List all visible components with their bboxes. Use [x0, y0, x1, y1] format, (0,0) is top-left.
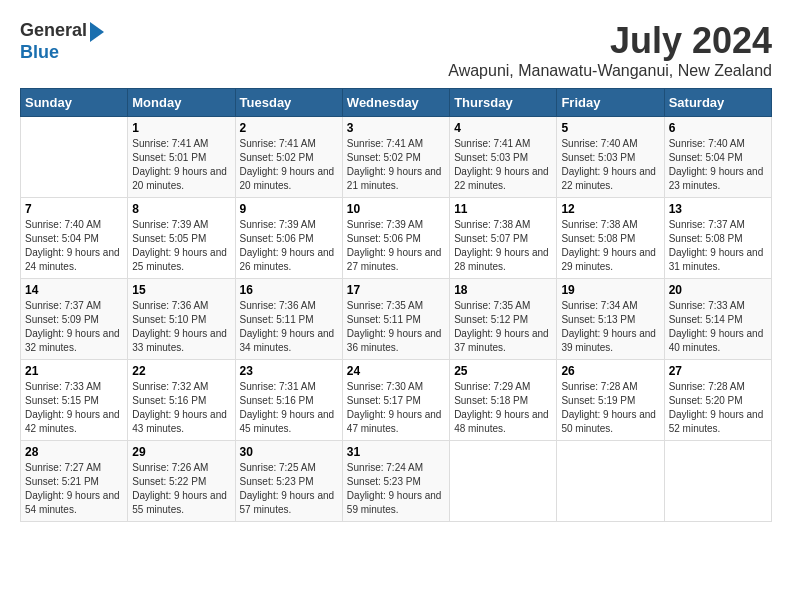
day-number: 10 — [347, 202, 445, 216]
day-content: Sunrise: 7:40 AM Sunset: 5:04 PM Dayligh… — [25, 218, 123, 274]
day-number: 24 — [347, 364, 445, 378]
sunset: Sunset: 5:12 PM — [454, 313, 552, 327]
daylight: Daylight: 9 hours and 34 minutes. — [240, 327, 338, 355]
day-number: 26 — [561, 364, 659, 378]
daylight: Daylight: 9 hours and 36 minutes. — [347, 327, 445, 355]
sunrise: Sunrise: 7:27 AM — [25, 461, 123, 475]
sunset: Sunset: 5:06 PM — [240, 232, 338, 246]
sunrise: Sunrise: 7:30 AM — [347, 380, 445, 394]
sunrise: Sunrise: 7:40 AM — [25, 218, 123, 232]
daylight: Daylight: 9 hours and 23 minutes. — [669, 165, 767, 193]
sunset: Sunset: 5:15 PM — [25, 394, 123, 408]
calendar-week-4: 21 Sunrise: 7:33 AM Sunset: 5:15 PM Dayl… — [21, 360, 772, 441]
sunset: Sunset: 5:08 PM — [669, 232, 767, 246]
sunset: Sunset: 5:22 PM — [132, 475, 230, 489]
day-number: 13 — [669, 202, 767, 216]
daylight: Daylight: 9 hours and 22 minutes. — [454, 165, 552, 193]
day-content: Sunrise: 7:39 AM Sunset: 5:06 PM Dayligh… — [240, 218, 338, 274]
calendar-cell: 3 Sunrise: 7:41 AM Sunset: 5:02 PM Dayli… — [342, 117, 449, 198]
calendar-cell: 1 Sunrise: 7:41 AM Sunset: 5:01 PM Dayli… — [128, 117, 235, 198]
logo-icon — [90, 22, 104, 42]
day-number: 3 — [347, 121, 445, 135]
day-number: 8 — [132, 202, 230, 216]
day-number: 23 — [240, 364, 338, 378]
sunset: Sunset: 5:08 PM — [561, 232, 659, 246]
title-section: July 2024 Awapuni, Manawatu-Wanganui, Ne… — [448, 20, 772, 80]
sunrise: Sunrise: 7:36 AM — [240, 299, 338, 313]
sunrise: Sunrise: 7:41 AM — [454, 137, 552, 151]
sunrise: Sunrise: 7:41 AM — [347, 137, 445, 151]
logo-text: General — [20, 20, 104, 42]
calendar-week-1: 1 Sunrise: 7:41 AM Sunset: 5:01 PM Dayli… — [21, 117, 772, 198]
sunrise: Sunrise: 7:41 AM — [132, 137, 230, 151]
calendar-cell — [450, 441, 557, 522]
sunset: Sunset: 5:16 PM — [132, 394, 230, 408]
sunset: Sunset: 5:04 PM — [25, 232, 123, 246]
day-number: 11 — [454, 202, 552, 216]
sunrise: Sunrise: 7:33 AM — [25, 380, 123, 394]
calendar-cell: 7 Sunrise: 7:40 AM Sunset: 5:04 PM Dayli… — [21, 198, 128, 279]
calendar-cell: 2 Sunrise: 7:41 AM Sunset: 5:02 PM Dayli… — [235, 117, 342, 198]
daylight: Daylight: 9 hours and 43 minutes. — [132, 408, 230, 436]
sunset: Sunset: 5:03 PM — [561, 151, 659, 165]
sunrise: Sunrise: 7:28 AM — [669, 380, 767, 394]
daylight: Daylight: 9 hours and 24 minutes. — [25, 246, 123, 274]
daylight: Daylight: 9 hours and 29 minutes. — [561, 246, 659, 274]
day-number: 4 — [454, 121, 552, 135]
calendar-week-3: 14 Sunrise: 7:37 AM Sunset: 5:09 PM Dayl… — [21, 279, 772, 360]
daylight: Daylight: 9 hours and 42 minutes. — [25, 408, 123, 436]
daylight: Daylight: 9 hours and 28 minutes. — [454, 246, 552, 274]
sunrise: Sunrise: 7:36 AM — [132, 299, 230, 313]
header: General Blue July 2024 Awapuni, Manawatu… — [20, 20, 772, 80]
sunset: Sunset: 5:19 PM — [561, 394, 659, 408]
sunset: Sunset: 5:17 PM — [347, 394, 445, 408]
daylight: Daylight: 9 hours and 39 minutes. — [561, 327, 659, 355]
sunrise: Sunrise: 7:39 AM — [240, 218, 338, 232]
calendar-cell: 16 Sunrise: 7:36 AM Sunset: 5:11 PM Dayl… — [235, 279, 342, 360]
calendar-cell: 9 Sunrise: 7:39 AM Sunset: 5:06 PM Dayli… — [235, 198, 342, 279]
sunrise: Sunrise: 7:33 AM — [669, 299, 767, 313]
calendar-cell: 15 Sunrise: 7:36 AM Sunset: 5:10 PM Dayl… — [128, 279, 235, 360]
sunset: Sunset: 5:23 PM — [240, 475, 338, 489]
day-number: 6 — [669, 121, 767, 135]
day-number: 5 — [561, 121, 659, 135]
sunrise: Sunrise: 7:28 AM — [561, 380, 659, 394]
daylight: Daylight: 9 hours and 27 minutes. — [347, 246, 445, 274]
daylight: Daylight: 9 hours and 22 minutes. — [561, 165, 659, 193]
day-number: 12 — [561, 202, 659, 216]
day-content: Sunrise: 7:37 AM Sunset: 5:09 PM Dayligh… — [25, 299, 123, 355]
day-content: Sunrise: 7:41 AM Sunset: 5:01 PM Dayligh… — [132, 137, 230, 193]
calendar-cell: 23 Sunrise: 7:31 AM Sunset: 5:16 PM Dayl… — [235, 360, 342, 441]
daylight: Daylight: 9 hours and 45 minutes. — [240, 408, 338, 436]
calendar-cell: 10 Sunrise: 7:39 AM Sunset: 5:06 PM Dayl… — [342, 198, 449, 279]
day-content: Sunrise: 7:31 AM Sunset: 5:16 PM Dayligh… — [240, 380, 338, 436]
day-number: 16 — [240, 283, 338, 297]
daylight: Daylight: 9 hours and 20 minutes. — [240, 165, 338, 193]
day-number: 22 — [132, 364, 230, 378]
calendar-cell: 8 Sunrise: 7:39 AM Sunset: 5:05 PM Dayli… — [128, 198, 235, 279]
sunrise: Sunrise: 7:24 AM — [347, 461, 445, 475]
calendar-cell: 14 Sunrise: 7:37 AM Sunset: 5:09 PM Dayl… — [21, 279, 128, 360]
daylight: Daylight: 9 hours and 21 minutes. — [347, 165, 445, 193]
day-content: Sunrise: 7:36 AM Sunset: 5:10 PM Dayligh… — [132, 299, 230, 355]
sunset: Sunset: 5:10 PM — [132, 313, 230, 327]
daylight: Daylight: 9 hours and 25 minutes. — [132, 246, 230, 274]
calendar-week-2: 7 Sunrise: 7:40 AM Sunset: 5:04 PM Dayli… — [21, 198, 772, 279]
calendar-cell: 22 Sunrise: 7:32 AM Sunset: 5:16 PM Dayl… — [128, 360, 235, 441]
day-content: Sunrise: 7:28 AM Sunset: 5:19 PM Dayligh… — [561, 380, 659, 436]
calendar-cell: 4 Sunrise: 7:41 AM Sunset: 5:03 PM Dayli… — [450, 117, 557, 198]
calendar-cell: 20 Sunrise: 7:33 AM Sunset: 5:14 PM Dayl… — [664, 279, 771, 360]
calendar-cell: 17 Sunrise: 7:35 AM Sunset: 5:11 PM Dayl… — [342, 279, 449, 360]
day-content: Sunrise: 7:41 AM Sunset: 5:02 PM Dayligh… — [347, 137, 445, 193]
day-number: 15 — [132, 283, 230, 297]
day-number: 28 — [25, 445, 123, 459]
sunrise: Sunrise: 7:37 AM — [669, 218, 767, 232]
day-number: 19 — [561, 283, 659, 297]
sunrise: Sunrise: 7:37 AM — [25, 299, 123, 313]
calendar-cell: 11 Sunrise: 7:38 AM Sunset: 5:07 PM Dayl… — [450, 198, 557, 279]
day-content: Sunrise: 7:34 AM Sunset: 5:13 PM Dayligh… — [561, 299, 659, 355]
day-content: Sunrise: 7:29 AM Sunset: 5:18 PM Dayligh… — [454, 380, 552, 436]
sunrise: Sunrise: 7:38 AM — [454, 218, 552, 232]
sunrise: Sunrise: 7:25 AM — [240, 461, 338, 475]
daylight: Daylight: 9 hours and 40 minutes. — [669, 327, 767, 355]
